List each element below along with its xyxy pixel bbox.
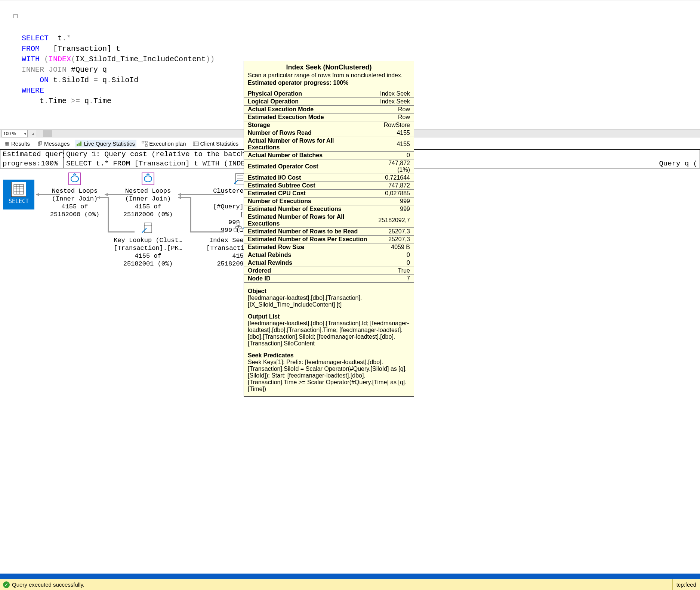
tooltip-property-row: Estimated Operator Cost747,872 (1%)	[244, 159, 414, 174]
svg-rect-5	[145, 145, 147, 146]
tooltip-property-row: Number of Rows Read4155	[244, 129, 414, 137]
plan-query-text-right: Query q (	[487, 159, 697, 168]
status-bar: ✓ Query executed successfully. tcp:feed	[0, 579, 700, 590]
op-is-l2: [Transactio	[206, 244, 247, 252]
tooltip-property-row: Estimated Subtree Cost747,872	[244, 182, 414, 190]
svg-marker-16	[36, 193, 39, 196]
tooltip-property-row: Estimated Number of Rows to be Read25207…	[244, 228, 414, 236]
op-nl1-l2: (Inner Join)	[45, 195, 105, 203]
svg-rect-4	[145, 141, 147, 143]
tooltip-property-row: Estimated Execution ModeRow	[244, 114, 414, 121]
hscroll-left-arrow[interactable]: ◂	[29, 132, 36, 136]
tooltip-section: Output List[feedmanager-loadtest].[dbo].…	[244, 308, 414, 347]
op-is-l4: 25182093	[206, 260, 247, 268]
key-lookup-icon	[141, 221, 155, 236]
op-kl-l4: 25182001 (0%)	[111, 260, 185, 268]
tooltip-properties-table: Physical OperationIndex SeekLogical Oper…	[244, 90, 414, 283]
tooltip-property-row: OrderedTrue	[244, 267, 414, 275]
zoom-select[interactable]: 100 %	[1, 130, 28, 137]
svg-rect-2	[80, 142, 81, 146]
op-nl2-l1: Nested Loops	[118, 187, 178, 195]
op-nl1-l4: 25182000 (0%)	[45, 211, 105, 218]
op-cis-l2: [#Query].[P	[206, 203, 247, 218]
svg-rect-15	[240, 228, 243, 231]
svg-rect-0	[77, 144, 78, 146]
tooltip-section: Seek PredicatesSeek Keys[1]: Prefix: [fe…	[244, 347, 414, 392]
svg-rect-3	[142, 141, 144, 143]
svg-rect-8	[69, 173, 81, 185]
svg-rect-13	[237, 222, 240, 225]
op-nl1-l1: Nested Loops	[45, 187, 105, 195]
operator-tooltip: Index Seek (NonClustered) Scan a particu…	[244, 61, 414, 397]
tooltip-property-row: Actual Execution ModeRow	[244, 106, 414, 114]
tab-live-label: Live Query Statistics	[84, 140, 135, 147]
op-nl1-l3: 4155 of	[45, 203, 105, 211]
tooltip-property-row: Number of Executions999	[244, 198, 414, 205]
svg-rect-10	[235, 174, 244, 184]
client-stats-icon	[193, 141, 199, 147]
op-index-seek[interactable]: Index Seek [Transactio 4155 25182093	[206, 221, 247, 268]
plan-progress-value: progress:100%	[0, 159, 64, 168]
tooltip-progress: Estimated operator progress: 100%	[244, 80, 414, 90]
op-cis-l1: Clustered I	[206, 187, 247, 203]
nested-loops-icon	[67, 171, 82, 186]
svg-rect-1	[78, 143, 80, 146]
tooltip-section: Object[feedmanager-loadtest].[dbo].[Tran…	[244, 283, 414, 308]
op-nested-loops-1[interactable]: Nested Loops (Inner Join) 4155 of 251820…	[45, 171, 105, 218]
tooltip-property-row: Estimated Number of Executions999	[244, 205, 414, 213]
svg-rect-14	[234, 228, 237, 231]
tooltip-title: Index Seek (NonClustered)	[244, 61, 414, 72]
tooltip-property-row: Logical OperationIndex Seek	[244, 98, 414, 106]
svg-rect-12	[144, 223, 152, 233]
tooltip-property-row: Actual Number of Rows for All Executions…	[244, 137, 414, 152]
op-select[interactable]: SELECT	[3, 180, 36, 209]
nested-loops-icon	[141, 171, 155, 186]
op-nl2-l3: 4155 of	[118, 203, 178, 211]
tooltip-property-row: Estimated Row Size4059 B	[244, 243, 414, 251]
op-is-l1: Index Seek	[206, 236, 247, 244]
tooltip-property-row: Estimated I/O Cost0,721644	[244, 174, 414, 182]
op-is-l3: 4155	[206, 252, 247, 260]
tooltip-property-row: StorageRowStore	[244, 121, 414, 129]
tab-messages[interactable]: 🗐 Messages	[35, 140, 71, 148]
hscroll-thumb[interactable]	[43, 130, 52, 137]
tooltip-property-row: Estimated Number of Rows for All Executi…	[244, 213, 414, 228]
tooltip-property-row: Node ID7	[244, 275, 414, 283]
op-nl2-l2: (Inner Join)	[118, 195, 178, 203]
tab-client-label: Client Statistics	[200, 140, 239, 147]
success-icon: ✓	[3, 581, 10, 588]
tooltip-desc: Scan a particular range of rows from a n…	[244, 72, 414, 80]
op-kl-l1: Key Lookup (Clust…	[111, 236, 185, 244]
tab-execution-plan[interactable]: Execution plan	[140, 140, 187, 148]
tab-messages-label: Messages	[44, 140, 70, 147]
svg-marker-17	[105, 193, 108, 196]
messages-icon: 🗐	[37, 141, 43, 147]
table-icon	[11, 182, 26, 197]
plan-icon	[142, 141, 148, 147]
plan-progress-label: Estimated query	[0, 150, 64, 159]
tooltip-property-row: Physical OperationIndex Seek	[244, 90, 414, 98]
svg-rect-9	[142, 173, 154, 185]
svg-rect-6	[193, 142, 198, 146]
grid-icon: ▦	[4, 141, 10, 147]
op-kl-l3: 4155 of	[111, 252, 185, 260]
op-nl2-l4: 25182000 (0%)	[118, 211, 178, 218]
svg-marker-19	[178, 196, 181, 199]
status-connection: tcp:feed	[672, 579, 700, 590]
tooltip-property-row: Actual Rewinds0	[244, 259, 414, 267]
tooltip-property-row: Actual Rebinds0	[244, 251, 414, 259]
fold-toggle-icon[interactable]: −	[13, 14, 18, 18]
svg-point-11	[234, 183, 235, 184]
window-bottom-strip	[0, 574, 700, 579]
tab-client-stats[interactable]: Client Statistics	[191, 140, 240, 148]
op-select-label: SELECT	[9, 198, 29, 205]
tooltip-property-row: Actual Number of Batches0	[244, 152, 414, 159]
tooltip-property-row: Estimated Number of Rows Per Execution25…	[244, 236, 414, 243]
svg-rect-7	[14, 184, 24, 194]
tab-results[interactable]: ▦ Results	[2, 140, 31, 148]
op-nested-loops-2[interactable]: Nested Loops (Inner Join) 4155 of 251820…	[118, 171, 178, 218]
tab-live-query-stats[interactable]: Live Query Statistics	[75, 140, 136, 148]
op-key-lookup[interactable]: Key Lookup (Clust… [Transaction].[PK… 41…	[111, 221, 185, 268]
live-stats-icon	[76, 141, 82, 147]
svg-marker-18	[178, 193, 181, 196]
